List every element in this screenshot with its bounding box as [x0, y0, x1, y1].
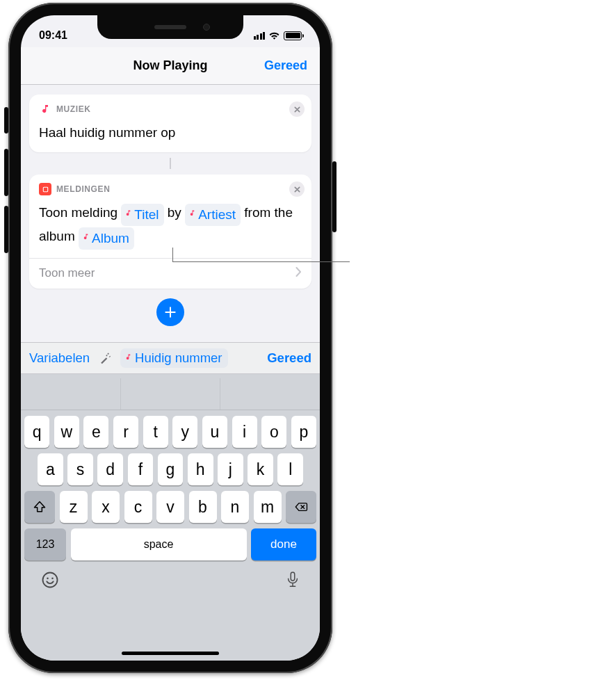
wifi-icon: [268, 31, 280, 40]
key-x[interactable]: x: [92, 491, 120, 523]
notifications-app-icon: [39, 183, 51, 195]
status-time: 09:41: [39, 29, 67, 42]
variable-title[interactable]: Titel: [121, 204, 163, 226]
card-app-label: MELDINGEN: [56, 184, 110, 194]
music-note-icon: [188, 207, 196, 221]
variable-album[interactable]: Album: [79, 227, 134, 250]
keyboard-done-key[interactable]: done: [251, 528, 316, 560]
add-action-button[interactable]: [156, 298, 184, 326]
key-e[interactable]: e: [83, 416, 108, 448]
text-prefix: Toon melding: [39, 205, 117, 220]
dictation-key[interactable]: [285, 570, 300, 592]
svg-rect-4: [291, 572, 295, 581]
mute-switch: [4, 107, 8, 134]
music-note-icon: [82, 231, 90, 245]
variable-artist[interactable]: Artiest: [185, 204, 241, 226]
key-z[interactable]: z: [60, 491, 88, 523]
backspace-key[interactable]: [286, 491, 316, 523]
cellular-icon: [254, 32, 266, 40]
page-title: Now Playing: [133, 58, 207, 73]
predictive-bar[interactable]: [21, 378, 320, 410]
key-r[interactable]: r: [113, 416, 138, 448]
action-connector: [170, 158, 171, 169]
key-t[interactable]: t: [143, 416, 168, 448]
key-n[interactable]: n: [221, 491, 249, 523]
remove-action-button[interactable]: [289, 102, 305, 117]
home-indicator[interactable]: [122, 652, 219, 655]
key-p[interactable]: p: [291, 416, 316, 448]
key-c[interactable]: c: [124, 491, 152, 523]
card-app-label: MUZIEK: [56, 104, 91, 114]
key-row-2: asdfghjkl: [21, 448, 320, 485]
key-row-3: zxcvbnm: [21, 485, 320, 523]
iphone-frame: 09:41 Now Playing Gereed MUZIEK: [8, 3, 332, 673]
key-l[interactable]: l: [277, 453, 303, 485]
action-card-music[interactable]: MUZIEK Haal huidig nummer op: [29, 95, 311, 152]
svg-point-3: [51, 577, 54, 579]
emoji-key[interactable]: [40, 570, 60, 592]
key-row-bottom: 123 space done: [21, 523, 320, 560]
front-camera: [203, 24, 210, 31]
show-more-label: Toon meer: [39, 266, 95, 280]
key-u[interactable]: u: [202, 416, 227, 448]
svg-point-1: [43, 573, 58, 588]
callout-line: [172, 261, 350, 262]
variable-bar: Variabelen Huidig nummer Gereed: [21, 342, 320, 374]
key-g[interactable]: g: [158, 453, 184, 485]
keyboard: qwertyuiop asdfghjkl zxcvbnm 123 space d…: [21, 374, 320, 661]
key-j[interactable]: j: [218, 453, 243, 485]
key-i[interactable]: i: [232, 416, 257, 448]
text-by: by: [168, 205, 181, 220]
power-button: [332, 161, 337, 232]
chevron-right-icon: [295, 266, 302, 280]
remove-action-button[interactable]: [289, 181, 305, 197]
speaker-grille: [154, 25, 186, 29]
varbar-done-button[interactable]: Gereed: [267, 350, 311, 366]
key-h[interactable]: h: [188, 453, 213, 485]
show-more-row[interactable]: Toon meer: [29, 258, 311, 289]
nav-done-button[interactable]: Gereed: [264, 58, 307, 73]
screen: 09:41 Now Playing Gereed MUZIEK: [21, 15, 320, 661]
numbers-key[interactable]: 123: [24, 528, 66, 560]
key-s[interactable]: s: [67, 453, 93, 485]
music-app-icon: [39, 103, 51, 115]
key-row-1: qwertyuiop: [21, 410, 320, 448]
volume-down-button: [4, 206, 8, 253]
variable-chip-current-song[interactable]: Huidig nummer: [120, 348, 227, 368]
key-a[interactable]: a: [38, 453, 63, 485]
keyboard-footer: [21, 560, 320, 592]
key-w[interactable]: w: [54, 416, 79, 448]
svg-point-2: [47, 577, 49, 579]
key-v[interactable]: v: [156, 491, 184, 523]
music-note-icon: [124, 353, 132, 363]
key-m[interactable]: m: [254, 491, 282, 523]
shift-key[interactable]: [24, 491, 55, 523]
key-f[interactable]: f: [128, 453, 154, 485]
battery-icon: [284, 31, 302, 40]
action-card-notification[interactable]: MELDINGEN Toon melding Titel by Artiest: [29, 175, 311, 289]
music-note-icon: [124, 207, 132, 221]
key-k[interactable]: k: [248, 453, 273, 485]
key-d[interactable]: d: [97, 453, 123, 485]
key-b[interactable]: b: [189, 491, 217, 523]
space-key[interactable]: space: [71, 528, 247, 560]
action-title: Haal huidig nummer op: [39, 122, 302, 143]
key-q[interactable]: q: [24, 416, 49, 448]
svg-rect-0: [43, 187, 47, 191]
volume-up-button: [4, 149, 8, 196]
notch: [97, 15, 243, 39]
status-icons: [254, 31, 302, 40]
magic-wand-button[interactable]: [98, 351, 112, 365]
action-description: Toon melding Titel by Artiest from the a…: [39, 202, 302, 250]
key-o[interactable]: o: [261, 416, 286, 448]
nav-header: Now Playing Gereed: [21, 47, 320, 85]
variables-button[interactable]: Variabelen: [29, 350, 90, 366]
key-y[interactable]: y: [172, 416, 197, 448]
